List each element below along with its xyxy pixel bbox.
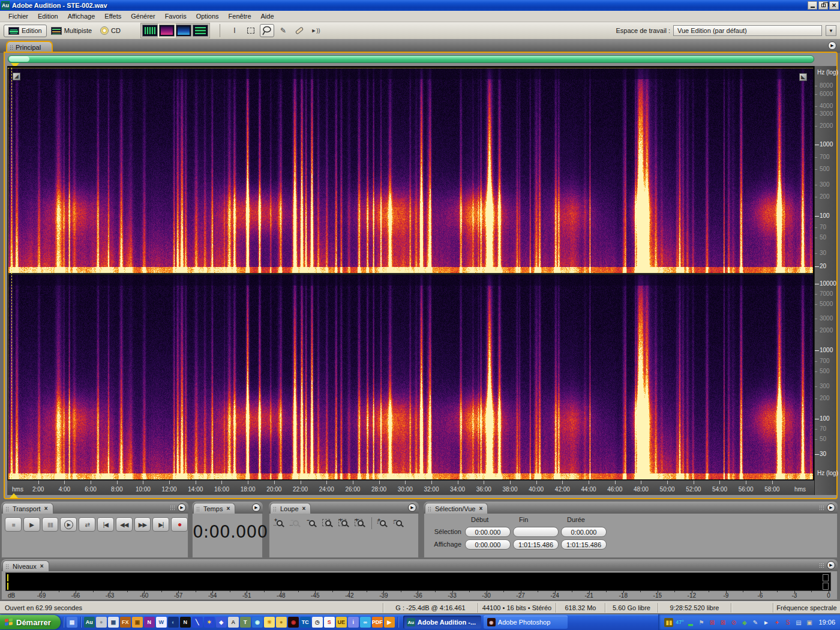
loupe-close-icon[interactable]: × [302,505,306,512]
sv-field-affichage-1[interactable]: 1:01:15.486 [513,539,559,550]
loupe-panel-menu-button[interactable]: ▶ [408,503,416,512]
fast-forward-button[interactable]: ▶▶ [134,517,151,532]
spot-healing-brush-tool[interactable] [292,24,307,37]
tray-network-offline-icon[interactable]: ⊠ [707,618,716,627]
zoom-to-selection-button[interactable] [320,517,336,530]
horizontal-scrollbar[interactable] [8,55,814,63]
menu-item-8[interactable]: Aide [256,11,279,21]
workspace-select[interactable]: Vue Edition (par défaut) [673,25,822,36]
transport-close-icon[interactable]: × [44,505,48,512]
clip-indicator-top[interactable] [823,574,829,581]
netscape-icon[interactable]: N [180,617,191,628]
mode-multipiste-button[interactable]: Multipiste [47,25,96,37]
pan-handle-top-left[interactable]: ◢ [13,73,20,80]
pan-handle-top-right[interactable]: ◣ [799,73,807,81]
tools-icon[interactable]: T [240,617,251,628]
spectral-phase-view-button[interactable] [193,25,208,37]
sv-field-affichage-0[interactable]: 0:00.000 [465,539,511,550]
selection-vue-close-icon[interactable]: × [479,505,482,512]
globe-icon[interactable]: ◉ [252,617,263,628]
messenger-icon[interactable]: i [348,617,359,628]
restore-button[interactable] [818,1,828,10]
mediaplayer-icon[interactable]: ▶ [384,617,395,628]
time-ruler[interactable]: hmshms2:004:006:008:0010:0012:0014:0016:… [7,480,814,495]
tray-pen-icon[interactable]: ✎ [751,618,760,627]
calculator-icon[interactable]: ▦ [108,617,119,628]
menu-item-2[interactable]: Affichage [63,11,100,21]
tray-pause-icon[interactable]: ▮▮ [664,618,673,627]
tray-meter-icon[interactable]: ▂ [686,618,695,627]
spectral-pan-view-button[interactable] [176,25,191,37]
tc-icon[interactable]: TC [300,617,311,628]
sun-icon[interactable]: ☀ [264,617,275,628]
gold-sphere-icon[interactable]: ● [276,617,287,628]
tray-cursor-icon[interactable]: ► [761,618,770,627]
mode-edition-button[interactable]: Edition [4,25,47,37]
clip-indicator-bottom[interactable] [823,583,829,590]
main-panel-menu-button[interactable]: ▶ [828,41,836,50]
tray-flag-icon[interactable]: ⚑ [697,618,706,627]
ribbon-icon[interactable]: ◈ [216,617,227,628]
selection-vue-panel-menu-button[interactable]: ▶ [827,503,835,512]
sbp-icon[interactable]: S [324,617,335,628]
time-selection-tool[interactable]: I [227,24,242,37]
marquee-selection-tool[interactable] [244,24,258,37]
taskbar-clock[interactable]: 19:06 [818,619,835,626]
sphere-icon[interactable]: ● [96,617,107,628]
tray-s-icon[interactable]: S [783,618,792,627]
sv-field-affichage-2[interactable]: 1:01:15.486 [561,539,607,550]
waveform-view-button[interactable] [142,25,158,37]
archive-icon[interactable]: A [228,617,239,628]
sv-field-sélection-2[interactable]: 0:00.000 [561,527,607,537]
butterfly-icon[interactable]: ∞ [360,617,371,628]
tray-shield-icon[interactable]: ◆ [740,618,749,627]
transport-tab[interactable]: Transport × [2,503,53,514]
tray-network-offline2-icon[interactable]: ⊠ [718,618,727,627]
selection-vue-tab[interactable]: Sélection/Vue × [425,503,488,514]
temps-panel-menu-button[interactable]: ▶ [252,503,260,512]
taskbar-audition-button[interactable]: AuAdobe Audition -... [403,616,481,629]
effects-paintbrush-tool[interactable]: ✎ [276,24,290,37]
temps-tab[interactable]: Temps × [193,503,235,514]
menu-item-4[interactable]: Générer [126,11,160,21]
play-looped-button[interactable]: ▶ [60,517,77,532]
niveaux-panel-menu-button[interactable]: ▶ [827,561,835,569]
go-to-start-button[interactable]: |◀ [97,517,114,532]
menu-item-3[interactable]: Effets [100,11,126,21]
record-button[interactable]: ● [171,517,188,532]
menu-item-6[interactable]: Options [191,11,224,21]
rewind-button[interactable]: ◀◀ [116,517,133,532]
playhead-line[interactable] [11,68,12,479]
workspace-dropdown-arrow[interactable]: ▼ [826,25,836,36]
clock-app-icon[interactable]: ◷ [312,617,323,628]
menu-item-5[interactable]: Favoris [160,11,191,21]
tray-mouse-icon[interactable]: ▣ [805,618,814,627]
transport-panel-menu-button[interactable]: ▶ [178,503,186,512]
playhead-bottom-handle[interactable] [10,493,18,498]
taskbar-photoshop-button[interactable]: ◉Adobe Photoshop [484,616,568,629]
start-button[interactable]: Démarrer [0,615,61,629]
word-icon[interactable]: W [156,617,167,628]
stop-button[interactable]: ■ [5,517,22,532]
zoom-in-horizontal-button[interactable]: ↔+ [272,517,287,530]
folder-icon[interactable]: ▣ [132,617,143,628]
show-desktop-icon[interactable]: ▤ [67,617,77,628]
zoom-in-left-edge-button[interactable]: + [337,517,352,530]
onenote-icon[interactable]: N [144,617,155,628]
tray-temperature[interactable]: 47° [675,618,684,627]
pdf-icon[interactable]: PDF [372,617,383,628]
zoom-in-vertical-button[interactable]: ↕+ [375,517,391,530]
tray-blocked-icon[interactable]: ⊘ [729,618,738,627]
sv-field-sélection-0[interactable]: 0:00.000 [465,527,511,537]
lasso-selection-tool[interactable] [260,24,274,37]
spectrogram-canvas[interactable] [8,68,813,479]
play-button[interactable]: ▶ [23,517,40,532]
tray-display-icon[interactable]: ▤ [794,618,803,627]
menu-item-1[interactable]: Edition [33,11,63,21]
audition-icon[interactable]: Au [84,617,95,628]
go-to-end-button[interactable]: ▶| [152,517,169,532]
loop-button[interactable]: ⇄ [79,517,95,532]
temps-close-icon[interactable]: × [226,505,230,512]
sv-field-sélection-1[interactable] [513,527,559,537]
pause-button[interactable]: ▮▮ [42,517,59,532]
